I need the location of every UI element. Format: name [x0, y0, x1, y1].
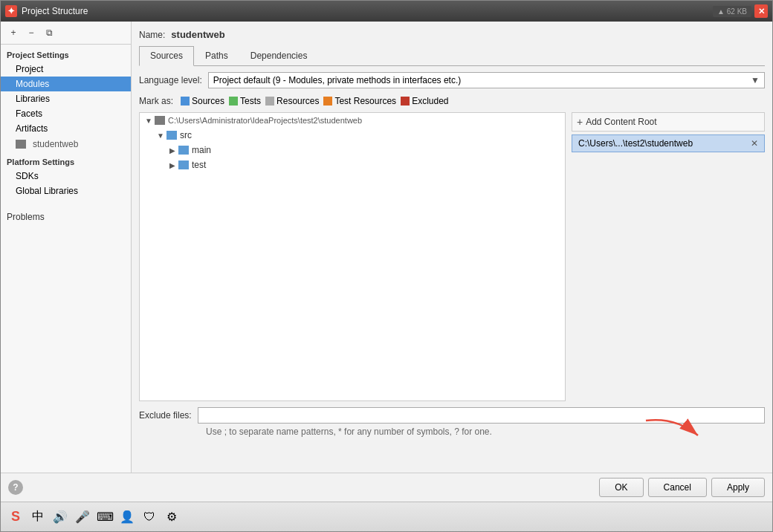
name-value: studentweb: [171, 29, 224, 40]
src-label: src: [180, 130, 192, 140]
test-resources-color-icon: [323, 97, 332, 106]
cancel-button[interactable]: Cancel: [648, 478, 707, 497]
taskbar-icon-1[interactable]: 中: [29, 508, 47, 526]
mark-tests-btn[interactable]: Tests: [229, 96, 261, 106]
problems-label: Problems: [7, 212, 45, 222]
bottom-bar: ? OK Cancel Apply: [1, 473, 772, 502]
main-label: main: [192, 145, 211, 155]
content-root-close-button[interactable]: ✕: [751, 138, 758, 149]
taskbar-icon-5[interactable]: 👤: [118, 508, 136, 526]
sidebar-module-entry[interactable]: studentweb: [1, 136, 131, 152]
project-structure-window: ✦ Project Structure ▲ 62 KB ✕ + − ⧉ Proj…: [0, 0, 773, 532]
help-button[interactable]: ?: [8, 480, 23, 495]
window-title: Project Structure: [22, 6, 708, 16]
tree-main-item[interactable]: ▶ main: [140, 143, 565, 158]
sidebar-item-label: Modules: [16, 79, 49, 89]
remove-module-button[interactable]: −: [23, 25, 39, 41]
minus-icon: −: [28, 27, 33, 38]
copy-module-button[interactable]: ⧉: [41, 25, 57, 41]
plus-icon: +: [10, 27, 16, 38]
cloud-badge: ▲ 62 KB: [713, 6, 751, 17]
content-root-path: C:\Users\...\test2\studentweb: [578, 138, 693, 149]
sidebar: + − ⧉ Project Settings Project Modules L…: [1, 22, 132, 473]
add-module-button[interactable]: +: [5, 25, 22, 41]
main-content: + − ⧉ Project Settings Project Modules L…: [1, 22, 772, 473]
tree-test-item[interactable]: ▶ test: [140, 158, 565, 172]
sidebar-item-global-libraries[interactable]: Global Libraries: [1, 184, 131, 198]
collapse-arrow-icon[interactable]: ▼: [143, 114, 155, 126]
tab-dependencies[interactable]: Dependencies: [239, 46, 319, 65]
sidebar-item-sdks[interactable]: SDKs: [1, 169, 131, 184]
sidebar-item-facets[interactable]: Facets: [1, 106, 131, 121]
dropdown-arrow-icon: ▼: [751, 75, 760, 85]
mark-resources-btn[interactable]: Resources: [265, 96, 319, 106]
test-folder-icon: [178, 160, 189, 169]
arrow-annotation: [631, 413, 720, 458]
taskbar-icon-0[interactable]: S: [7, 508, 25, 526]
test-expand-arrow-icon[interactable]: ▶: [166, 159, 178, 171]
taskbar-icon-6[interactable]: 🛡: [140, 508, 158, 526]
content-root-panel: + Add Content Root C:\Users\...\test2\st…: [572, 112, 765, 401]
tree-root-item[interactable]: ▼ C:\Users\Administrator\IdeaProjects\te…: [140, 113, 565, 128]
mark-excluded-btn[interactable]: Excluded: [401, 96, 448, 106]
sidebar-item-label: Libraries: [16, 94, 50, 104]
mark-sources-btn[interactable]: Sources: [181, 96, 224, 106]
mark-test-resources-btn[interactable]: Test Resources: [323, 96, 396, 106]
main-folder-icon: [178, 146, 189, 155]
file-tree[interactable]: ▼ C:\Users\Administrator\IdeaProjects\te…: [139, 112, 566, 401]
tree-and-root: ▼ C:\Users\Administrator\IdeaProjects\te…: [139, 112, 765, 401]
resources-color-icon: [265, 97, 274, 106]
sidebar-item-label: Project: [16, 64, 43, 74]
taskbar-icon-7[interactable]: ⚙: [163, 508, 181, 526]
sources-color-icon: [181, 97, 190, 106]
sidebar-item-modules[interactable]: Modules: [1, 77, 131, 91]
close-button[interactable]: ✕: [754, 4, 768, 18]
arrow-annotation-container: [139, 443, 765, 465]
language-level-label: Language level:: [139, 75, 202, 85]
window-icon: ✦: [5, 5, 17, 17]
add-content-root-label: Add Content Root: [586, 117, 656, 127]
sidebar-item-label: Global Libraries: [16, 186, 78, 196]
ok-button[interactable]: OK: [599, 478, 643, 497]
copy-icon: ⧉: [46, 27, 53, 38]
taskbar-icon-3[interactable]: 🎤: [74, 508, 91, 526]
apply-button[interactable]: Apply: [711, 478, 765, 497]
mark-as-row: Mark as: Sources Tests Resources Test Re…: [139, 96, 765, 106]
mark-as-label: Mark as:: [139, 96, 173, 106]
sidebar-toolbar: + − ⧉: [1, 22, 131, 45]
title-bar: ✦ Project Structure ▲ 62 KB ✕: [1, 1, 772, 22]
tests-color-icon: [229, 97, 238, 106]
platform-settings-section: Platform Settings: [1, 152, 131, 169]
language-level-select[interactable]: Project default (9 - Modules, private me…: [208, 72, 765, 88]
add-content-root-button[interactable]: + Add Content Root: [572, 112, 765, 132]
language-level-row: Language level: Project default (9 - Mod…: [139, 72, 765, 88]
src-collapse-arrow-icon[interactable]: ▼: [155, 129, 166, 141]
tab-sources[interactable]: Sources: [139, 46, 194, 66]
sidebar-item-label: Facets: [16, 108, 42, 119]
taskbar-icon-2[interactable]: 🔊: [51, 508, 69, 526]
add-icon: +: [577, 116, 583, 128]
name-row: Name: studentweb: [139, 29, 765, 40]
mark-test-resources-label: Test Resources: [334, 96, 396, 106]
sidebar-item-problems[interactable]: Problems: [1, 207, 131, 224]
mark-excluded-label: Excluded: [412, 96, 448, 106]
module-tabs: Sources Paths Dependencies: [139, 46, 765, 66]
root-path-label: C:\Users\Administrator\IdeaProjects\test…: [168, 116, 362, 125]
taskbar: S 中 🔊 🎤 ⌨ 👤 🛡 ⚙: [1, 502, 772, 531]
tree-src-item[interactable]: ▼ src: [140, 128, 565, 143]
mark-tests-label: Tests: [240, 96, 261, 106]
mark-resources-label: Resources: [276, 96, 319, 106]
sidebar-item-artifacts[interactable]: Artifacts: [1, 121, 131, 136]
sidebar-item-label: Artifacts: [16, 123, 48, 134]
exclude-files-label: Exclude files:: [139, 410, 192, 421]
sidebar-item-libraries[interactable]: Libraries: [1, 91, 131, 106]
main-expand-arrow-icon[interactable]: ▶: [166, 144, 178, 156]
taskbar-icon-4[interactable]: ⌨: [96, 508, 114, 526]
src-folder-icon: [166, 131, 177, 140]
content-root-item: C:\Users\...\test2\studentweb ✕: [572, 134, 765, 152]
sidebar-item-project[interactable]: Project: [1, 62, 131, 77]
root-folder-icon: [155, 116, 165, 125]
tab-paths[interactable]: Paths: [194, 46, 239, 65]
project-settings-section: Project Settings: [1, 45, 131, 62]
name-label: Name:: [139, 30, 165, 40]
